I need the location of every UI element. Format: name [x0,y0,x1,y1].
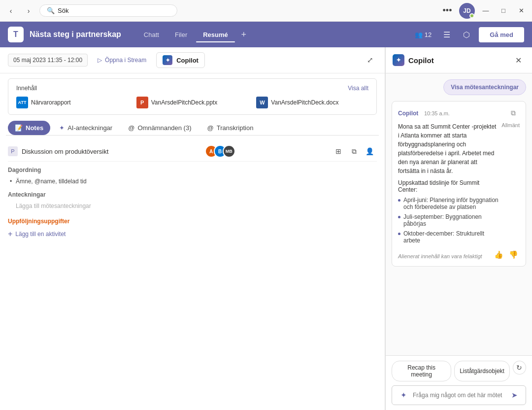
thumbs-down-button[interactable]: 👎 [507,248,520,261]
message-time: 10:35 a.m. [424,110,450,116]
copilot-banner-label: Copilot [176,57,199,64]
timeline-bullet [398,199,400,202]
search-bar[interactable]: 🔍 [39,4,177,17]
copilot-banner[interactable]: ✦ Copilot [156,52,205,68]
mention-tab-label: Omnämnanden (3) [137,124,191,132]
header-tabs: Chatt Filer Resumé + [137,28,251,41]
share-icon-button[interactable]: ⬡ [459,27,474,42]
thumbs-up-button[interactable]: 👍 [492,248,505,261]
view-all-button[interactable]: Visa allt [348,85,368,92]
timeline-item-1: April-juni: Planering inför byggnation o… [398,195,499,212]
timeline-bullet [398,216,400,218]
search-icon: 🔍 [47,7,55,14]
grid-action-button[interactable]: ⊞ [332,144,345,158]
refresh-suggestions-button[interactable]: ↻ [513,361,526,375]
pptx-icon: P [136,97,148,108]
tab-ai-anteckningar[interactable]: ✦ AI-anteckningar [52,121,119,135]
list-icon-button[interactable]: ☰ [439,27,454,42]
attendance-icon: ATT [16,97,28,108]
send-button[interactable]: ➤ [508,389,521,402]
timeline-item-2: Juli-september: Byggnationen påbörjas [398,212,499,229]
list-item[interactable]: P VanArsdelPitchDeck.pptx [136,97,249,108]
tab-omnamnanden[interactable]: @ Omnämnanden (3) [121,121,198,135]
stream-label: Öppna i Stream [105,57,146,64]
timeline-item-3: Oktober-december: Strukturellt arbete [398,229,499,245]
add-activity-label: Lägg till en aktivitet [15,231,66,238]
notes-area: P Diskussion om produktöversikt A B MB ⊞… [0,141,385,410]
discussion-header: P Diskussion om produktöversikt A B MB ⊞… [8,141,377,162]
notes-placeholder[interactable]: Lägga till mötesanteckningar [8,201,377,211]
avatar[interactable]: JD [459,3,475,19]
close-copilot-button[interactable]: ✕ [511,53,525,67]
discussion-icon: P [8,146,18,156]
maximize-button[interactable]: □ [497,4,510,18]
files-header: Innehåll Visa allt [16,85,368,92]
online-status-dot [469,13,474,18]
timeline-text-2: Juli-september: Byggnationen påbörjas [403,213,499,227]
minimize-button[interactable]: — [479,4,493,18]
message-sender: Copilot [398,110,418,117]
close-button[interactable]: ✕ [514,4,528,18]
tab-transkription[interactable]: @ Transkription [200,121,261,135]
add-activity-button[interactable]: + Lägg till en aktivitet [8,228,377,240]
copy-message-button[interactable]: ⧉ [507,106,520,119]
timeline-text-1: April-juni: Planering inför byggnation o… [403,197,499,210]
sparkle-button[interactable]: ✦ [397,389,410,402]
open-stream-button[interactable]: ▷ Öppna i Stream [93,54,151,66]
participants-button[interactable]: 👥 12 [412,29,434,40]
agenda-label: Dagordning [8,167,377,173]
plus-icon: + [8,230,12,239]
recap-meeting-button[interactable]: Recap this meeting [392,361,451,381]
tab-resume[interactable]: Resumé [196,28,235,41]
file-name: Närvarorapport [31,99,71,106]
expand-button[interactable]: ⤢ [363,53,377,67]
copilot-logo-icon: ✦ [163,55,172,65]
copilot-panel: ✦ Copilot ✕ Visa mötesanteckningar Copil… [385,47,532,410]
participants-count: 12 [425,31,432,38]
list-item[interactable]: W VanArsdelPitchDeck.docx [256,97,368,108]
more-options-button[interactable]: ••• [439,3,455,19]
copy-action-button[interactable]: ⧉ [347,144,361,158]
header-actions: 👥 12 ☰ ⬡ Gå med [412,27,524,42]
people-action-button[interactable]: 👤 [363,144,377,158]
copilot-header-logo: ✦ [393,54,404,66]
files-section-label: Innehåll [16,85,37,92]
main-content: 05 maj 2023 11:35 - 12:00 ▷ Öppna i Stre… [0,47,532,410]
docx-icon: W [256,97,268,108]
list-action-items-button[interactable]: Liståtgärdsobjekt [454,361,510,381]
notes-tab-label: Notes [26,124,43,132]
discussion-actions: ⊞ ⧉ 👤 [332,144,377,158]
meeting-title: Nästa steg i partnerskap [30,30,121,39]
transcript-tab-icon: @ [207,124,214,132]
message-paragraph: Mona sa att Summit Center -projektet i A… [398,122,499,175]
add-tab-button[interactable]: + [237,28,251,41]
left-panel: 05 maj 2023 11:35 - 12:00 ▷ Öppna i Stre… [0,47,385,410]
tab-notes[interactable]: 📝 Notes [8,121,50,135]
tab-chatt[interactable]: Chatt [137,28,166,41]
message-sender-row: Copilot 10:35 a.m. [398,109,450,117]
join-button[interactable]: Gå med [479,27,524,42]
files-list: ATT Närvarorapport P VanArsdelPitchDeck.… [16,97,368,108]
ai-tab-label: AI-anteckningar [67,124,112,132]
section-label-badge: Allmänt [501,122,520,128]
files-section: Innehåll Visa allt ATT Närvarorapport P … [8,78,377,115]
transcript-tab-label: Transkription [217,124,254,132]
tab-filer[interactable]: Filer [168,28,194,41]
quick-actions: Recap this meeting Liståtgärdsobjekt ↻ [392,361,526,381]
copilot-message-card: Copilot 10:35 a.m. ⧉ Mona sa att Summit … [392,101,526,267]
copilot-footer: Recap this meeting Liståtgärdsobjekt ↻ ✦… [386,355,532,410]
forward-button[interactable]: › [22,4,35,18]
file-name: VanArsdelPitchDeck.docx [271,99,338,106]
mention-tab-icon: @ [128,124,134,132]
list-item[interactable]: ATT Närvarorapport [16,97,129,108]
notes-label: Anteckningar [8,191,377,198]
show-notes-button[interactable]: Visa mötesanteckningar [443,79,526,95]
copilot-header: ✦ Copilot ✕ [386,47,532,73]
file-name: VanArsdelPitchDeck.pptx [151,99,218,106]
chat-input[interactable] [413,392,505,399]
message-meta: Copilot 10:35 a.m. ⧉ [398,106,520,119]
search-input[interactable] [58,7,166,14]
title-bar: ‹ › 🔍 ••• JD — □ ✕ [0,0,532,22]
title-bar-right: ••• JD — □ ✕ [439,3,528,19]
back-button[interactable]: ‹ [4,4,18,18]
